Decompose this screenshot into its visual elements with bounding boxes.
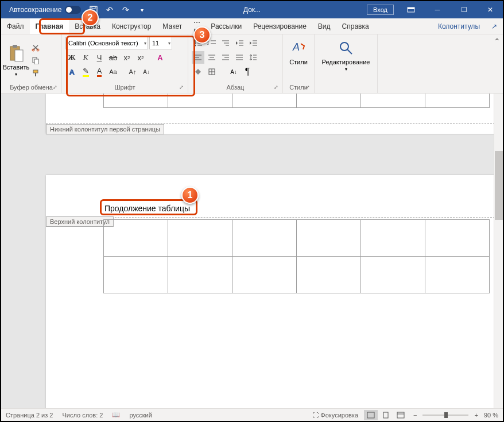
zoom-in-button[interactable]: + [474,412,478,419]
text-effects-button[interactable]: A [154,51,166,64]
tab-header-footer[interactable]: Колонтитулы [432,18,486,34]
align-center-button[interactable] [206,51,218,64]
shading-button[interactable] [192,65,204,78]
paste-label: Вставить [3,64,30,71]
footer-tag[interactable]: Нижний колонтитул первой страницы [46,124,164,134]
decrease-indent-button[interactable] [233,37,246,49]
title-bar: Автосохранение ↶ ↷ ▾ Док... Вход ─ ☐ ✕ [1,1,503,18]
document-area[interactable]: Нижний колонтитул первой страницы Продол… [1,94,494,408]
autosave-toggle[interactable]: Автосохранение [9,6,81,14]
svg-point-17 [195,45,196,47]
collapse-ribbon-button[interactable]: ⌃ [494,37,501,46]
svg-text:A: A [292,41,300,53]
underline-button[interactable]: Ч [93,51,106,64]
tab-design[interactable]: Конструктор [106,18,157,34]
svg-text:2: 2 [207,42,209,45]
align-left-button[interactable] [192,51,204,64]
maximize-button[interactable]: ☐ [451,1,476,18]
copy-button[interactable] [30,55,41,66]
zoom-slider[interactable] [422,415,468,416]
svg-rect-5 [13,45,17,48]
grow-font-button[interactable]: A↑ [126,65,139,78]
font-size-combo[interactable]: 11▾ [149,37,172,49]
zoom-level[interactable]: 90 % [484,412,498,419]
tab-review[interactable]: Рецензирование [247,18,312,34]
tab-view[interactable]: Вид [312,18,336,34]
zoom-out-button[interactable]: − [413,412,417,419]
change-case-button[interactable]: Aa [107,65,119,78]
print-layout-button[interactable] [379,410,393,420]
tab-file[interactable]: Файл [1,18,30,34]
scroll-thumb[interactable] [495,151,503,220]
read-mode-button[interactable] [364,410,378,420]
svg-line-52 [347,49,352,54]
align-right-button[interactable] [219,51,232,64]
tab-mailings[interactable]: Рассылки [205,18,247,34]
line-spacing-button[interactable] [247,51,259,64]
superscript-button[interactable]: x2 [134,51,147,64]
redo-icon[interactable]: ↷ [119,3,133,17]
styles-icon: A [289,39,308,57]
document-title: Док... [243,6,261,14]
subscript-button[interactable]: x2 [121,51,133,64]
justify-button[interactable] [233,51,246,64]
page-indicator[interactable]: Страница 2 из 2 [6,412,53,419]
styles-launcher[interactable]: ⤢ [305,84,312,91]
status-bar: Страница 2 из 2 Число слов: 2 📖 русский … [1,408,503,421]
shrink-font-button[interactable]: A↓ [140,65,153,78]
font-launcher[interactable]: ⤢ [179,84,186,91]
minimize-button[interactable]: ─ [425,1,450,18]
format-painter-button[interactable] [30,67,41,79]
text-fill-button[interactable]: A [65,65,78,78]
svg-rect-11 [33,70,38,73]
login-button[interactable]: Вход [367,5,394,15]
tab-layout[interactable]: Макет [157,18,188,34]
svg-rect-10 [34,59,38,64]
clipboard-launcher[interactable]: ⤢ [53,84,60,91]
ribbon-options-icon[interactable] [398,1,424,18]
web-layout-button[interactable] [394,410,408,420]
font-color-button[interactable]: A [93,65,106,78]
italic-button[interactable]: К [79,51,92,64]
undo-icon[interactable]: ↶ [103,3,117,17]
callout-1: 1 [181,187,199,204]
increase-indent-button[interactable] [247,37,259,49]
chevron-down-icon: ▾ [144,41,146,46]
highlight-button[interactable]: ✎ [79,65,92,78]
qat-more-icon[interactable]: ▾ [135,3,149,17]
group-clipboard: Вставить ▾ Буфер обмена ⤢ [1,34,62,93]
sort-button[interactable]: A↓ [227,65,240,78]
vertical-scrollbar[interactable] [494,94,503,408]
svg-rect-53 [367,412,374,418]
tab-home[interactable]: Главная [30,18,69,34]
editing-button[interactable]: Редактирование ▾ [318,37,374,72]
multilevel-button[interactable] [219,37,232,49]
cut-button[interactable] [30,42,41,53]
bold-button[interactable]: Ж [65,51,78,64]
paragraph-label: Абзац [192,84,279,92]
spell-check-icon[interactable]: 📖 [112,411,120,419]
show-marks-button[interactable]: ¶ [241,65,254,78]
word-count[interactable]: Число слов: 2 [62,412,103,419]
table-page2[interactable] [103,219,490,293]
svg-rect-6 [15,50,23,61]
paste-icon [8,44,24,63]
toggle-switch[interactable] [65,6,81,14]
svg-rect-12 [35,73,36,76]
close-button[interactable]: ✕ [478,1,503,18]
share-button[interactable]: ↗ [486,18,503,34]
language-indicator[interactable]: русский [129,412,152,419]
svg-rect-1 [92,6,95,9]
tab-help[interactable]: Справка [336,18,375,34]
borders-button[interactable] [206,65,218,78]
table-page1 [103,94,490,108]
styles-button[interactable]: A Стили [286,37,311,65]
focus-mode[interactable]: ⛶ Фокусировка [312,412,358,419]
svg-rect-3 [408,7,414,9]
strikethrough-button[interactable]: ab [107,51,119,64]
paste-button[interactable]: Вставить ▾ [5,37,28,84]
continuation-text[interactable]: Продолжение таблицы [104,204,190,213]
ribbon-tabs: Файл Главная Вставка Конструктор Макет ⋯… [1,18,503,34]
font-name-combo[interactable]: Calibri (Основной текст)▾ [65,37,148,49]
paragraph-launcher[interactable]: ⤢ [274,84,281,91]
